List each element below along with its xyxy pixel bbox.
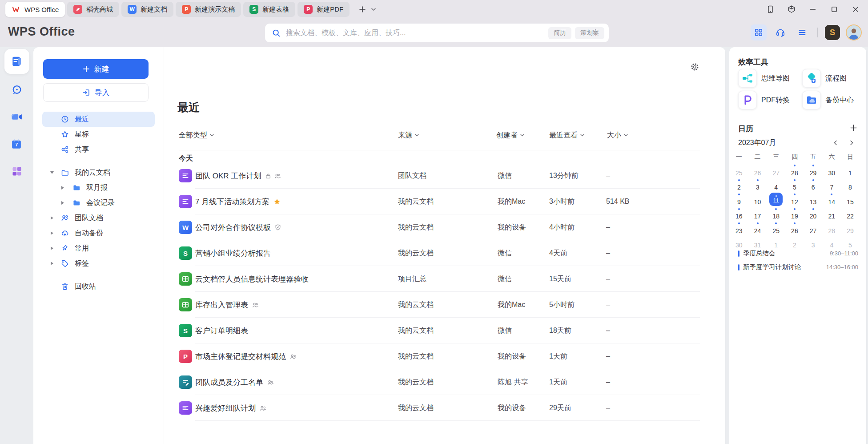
tab-list-dropdown[interactable] [369, 3, 378, 16]
sidebar-item-pin[interactable]: 常用 [42, 241, 155, 256]
sidebar-item-trash[interactable]: 回收站 [42, 279, 155, 294]
sidebar-subfolder[interactable]: 双月报 [42, 180, 155, 195]
search-tag-resume[interactable]: 简历 [548, 27, 571, 39]
workspace-box-icon[interactable] [786, 4, 797, 15]
calendar-event[interactable]: 季度总结会9:30–11:00 [738, 246, 858, 260]
calendar-next-button[interactable] [847, 138, 856, 148]
search-tag-plan[interactable]: 策划案 [575, 27, 604, 39]
tree-caret[interactable] [49, 171, 55, 174]
calendar-day-selected[interactable]: 11 [767, 192, 785, 207]
calendar-day[interactable]: 5 [785, 178, 804, 193]
calendar-prev-button[interactable] [831, 138, 840, 148]
file-row[interactable]: P市场主体登记提交材料规范我的云文档我的设备1天前– [179, 343, 700, 369]
calendar-day[interactable]: 1 [841, 163, 860, 178]
tree-caret[interactable] [60, 201, 65, 205]
tool-item-flowchart[interactable]: 流程图 [802, 69, 847, 88]
file-row[interactable]: 库存出入管理表我的云文档我的Mac5小时前– [179, 292, 700, 318]
calendar-day[interactable]: 8 [841, 178, 860, 193]
calendar-day[interactable]: 30 [822, 163, 841, 178]
calendar-day[interactable]: 17 [748, 207, 767, 222]
calendar-day[interactable]: 9 [730, 192, 748, 207]
filter-3[interactable]: 最近查看 [549, 129, 584, 141]
file-row[interactable]: W公司对外合作协议模板我的云文档我的设备4小时前– [179, 214, 700, 240]
calendar-day[interactable]: 6 [804, 178, 823, 193]
calendar-day[interactable]: 4 [767, 178, 785, 193]
close-button[interactable] [850, 4, 861, 15]
file-row[interactable]: S营销小组业绩分析报告我的云文档微信4天前– [179, 240, 700, 266]
search-input[interactable] [285, 28, 545, 37]
calendar-day[interactable]: 25 [767, 221, 785, 236]
calendar-day[interactable]: 16 [730, 207, 748, 222]
calendar-day[interactable]: 14 [822, 192, 841, 207]
calendar-day[interactable]: 27 [804, 221, 823, 236]
rail-item-chat[interactable] [7, 80, 27, 100]
sidebar-item-tag[interactable]: 标签 [42, 256, 155, 271]
rail-item-meeting[interactable] [7, 107, 27, 127]
calendar-day[interactable]: 26 [748, 163, 767, 178]
tab-presentation[interactable]: P新建演示文稿 [176, 2, 241, 17]
file-row[interactable]: 兴趣爱好组队计划我的云文档我的设备29天前– [179, 395, 700, 421]
tree-caret[interactable] [49, 262, 55, 265]
file-row[interactable]: 7 月线下活动策划方案我的云文档我的Mac3小时前514 KB [179, 189, 700, 214]
sidebar-item-share[interactable]: 共享 [42, 142, 155, 157]
calendar-day[interactable]: 15 [841, 192, 860, 207]
tab-docer[interactable]: 稻壳商城 [67, 2, 119, 17]
tab-pdf[interactable]: P新建PDF [297, 2, 350, 17]
calendar-day[interactable]: 29 [841, 221, 860, 236]
tree-caret[interactable] [60, 186, 65, 190]
calendar-day[interactable]: 28 [822, 221, 841, 236]
import-button[interactable]: 导入 [43, 83, 149, 102]
rail-item-calendar[interactable]: 7 [7, 134, 27, 154]
sidebar-item-folder-outline[interactable]: 我的云文档 [42, 165, 155, 180]
calendar-day[interactable]: 20 [804, 207, 823, 222]
filter-4[interactable]: 大小 [607, 129, 628, 141]
apps-grid-button[interactable] [751, 24, 767, 40]
calendar-day[interactable]: 2 [730, 178, 748, 193]
tool-item-backup[interactable]: 备份中心 [802, 91, 854, 109]
sidebar-item-cloud-backup[interactable]: 自动备份 [42, 226, 155, 241]
support-headset-button[interactable] [772, 24, 788, 40]
sidebar-item-star[interactable]: 星标 [42, 127, 155, 142]
minimize-button[interactable] [808, 4, 818, 15]
tree-caret[interactable] [49, 216, 55, 220]
calendar-day[interactable]: 27 [767, 163, 785, 178]
calendar-day[interactable]: 13 [804, 192, 823, 207]
calendar-day[interactable]: 18 [767, 207, 785, 222]
calendar-day[interactable]: 3 [748, 178, 767, 193]
calendar-day[interactable]: 26 [785, 221, 804, 236]
calendar-day[interactable]: 7 [822, 178, 841, 193]
sidebar-subfolder[interactable]: 会议记录 [42, 195, 155, 210]
calendar-day[interactable]: 22 [841, 207, 860, 222]
filter-0[interactable]: 全部类型 [179, 129, 214, 141]
mobile-link-icon[interactable] [765, 4, 776, 15]
tool-item-mindmap[interactable]: 思维导图 [738, 69, 790, 88]
svip-badge[interactable]: S [825, 25, 840, 40]
rail-item-apps[interactable] [7, 161, 27, 181]
new-tab-button[interactable] [356, 3, 369, 16]
search-bar[interactable]: 简历 策划案 [265, 24, 609, 42]
maximize-button[interactable] [829, 4, 840, 15]
calendar-day[interactable]: 21 [822, 207, 841, 222]
calendar-day[interactable]: 10 [748, 192, 767, 207]
calendar-day[interactable]: 25 [730, 163, 748, 178]
file-row[interactable]: S客户订单明细表我的云文档微信18天前– [179, 318, 700, 343]
tree-caret[interactable] [49, 246, 55, 250]
tab-wps[interactable]: WPS Office [5, 2, 65, 17]
tool-item-pdf-convert[interactable]: PDF转换 [738, 91, 790, 109]
add-event-button[interactable] [848, 123, 858, 133]
filter-2[interactable]: 创建者 [496, 129, 524, 141]
user-avatar[interactable] [846, 24, 862, 40]
tab-writer[interactable]: W新建文档 [121, 2, 173, 17]
rail-item-documents[interactable] [4, 49, 29, 74]
new-document-button[interactable]: 新建 [43, 59, 149, 79]
sidebar-item-team[interactable]: 团队文档 [42, 210, 155, 226]
calendar-day[interactable]: 23 [730, 221, 748, 236]
calendar-day[interactable]: 28 [785, 163, 804, 178]
sidebar-item-clock[interactable]: 最近 [42, 112, 155, 127]
file-row[interactable]: 团队 OKR 工作计划团队文档微信13分钟前– [179, 163, 700, 189]
tab-spreadsheet[interactable]: S新建表格 [243, 2, 295, 17]
calendar-event[interactable]: 新季度学习计划讨论14:30–16:00 [738, 260, 858, 274]
calendar-day[interactable]: 29 [804, 163, 823, 178]
tree-caret[interactable] [49, 231, 55, 235]
file-row[interactable]: 团队成员及分工名单我的云文档陈旭 共享1天前– [179, 369, 700, 395]
